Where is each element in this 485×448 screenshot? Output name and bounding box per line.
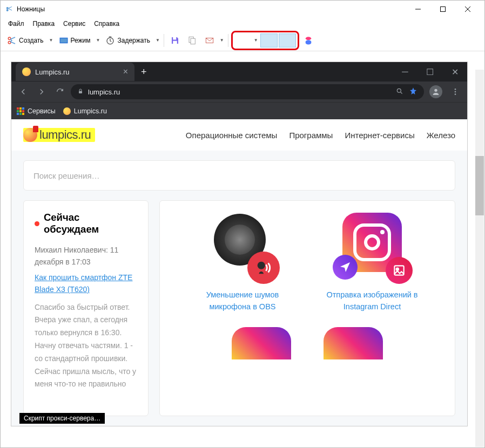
url-text: lumpics.ru: [88, 88, 120, 96]
dropdown-icon[interactable]: ▼: [253, 38, 259, 43]
article-item[interactable]: Уменьшение шумов микрофона в OBS: [186, 212, 299, 313]
bookmarks-bar: Сервисы Lumpics.ru: [11, 102, 467, 119]
discussions-heading: Сейчас обсуждаем: [35, 212, 137, 235]
dropdown-icon[interactable]: ▼: [219, 38, 225, 43]
nav-programs[interactable]: Программы: [289, 131, 333, 140]
article-thumb-partial: [324, 327, 383, 359]
forward-button[interactable]: [34, 84, 49, 99]
menu-tools[interactable]: Сервис: [60, 19, 89, 29]
browser-close-button[interactable]: ✕: [442, 62, 467, 82]
logo-orb-icon: [23, 128, 37, 142]
articles-card: Уменьшение шумов микрофона в OBS Отправк…: [159, 200, 455, 416]
scissors-icon: [5, 5, 14, 13]
svg-point-16: [397, 89, 401, 92]
clock-icon: [105, 36, 115, 45]
new-snip-button[interactable]: Создать: [4, 32, 47, 49]
browser-tab[interactable]: Lumpics.ru ×: [16, 63, 134, 81]
back-button[interactable]: [16, 84, 31, 99]
nav-hardware[interactable]: Железо: [427, 131, 455, 140]
favicon-icon: [22, 67, 31, 76]
close-button[interactable]: [455, 1, 480, 17]
article-item[interactable]: Отправка изображений в Instagram Direct: [315, 212, 429, 313]
noise-badge-icon: [247, 252, 280, 284]
svg-rect-7: [60, 38, 67, 43]
dropdown-icon[interactable]: ▼: [48, 38, 55, 43]
paint3d-button[interactable]: [300, 32, 316, 49]
reload-button[interactable]: [52, 84, 68, 99]
rectangle-mode-icon: [59, 36, 69, 45]
search-input[interactable]: Поиск решения…: [23, 160, 455, 191]
eraser-button[interactable]: [279, 33, 296, 47]
menu-file[interactable]: Файл: [5, 19, 28, 29]
site-logo[interactable]: lumpics.ru: [23, 128, 95, 142]
comment-link[interactable]: Как прошить смартфон ZTE Blade X3 (T620): [35, 271, 137, 296]
svg-point-17: [434, 89, 437, 92]
svg-rect-1: [441, 7, 446, 12]
article-thumb-partial: [232, 327, 291, 359]
separator: [164, 34, 164, 47]
browser-titlebar: Lumpics.ru × + ─ ☐ ✕: [11, 62, 467, 82]
svg-rect-9: [173, 37, 176, 40]
copy-button[interactable]: [184, 32, 200, 49]
live-dot-icon: [35, 221, 39, 226]
svg-rect-15: [79, 91, 82, 93]
mode-button[interactable]: Режим: [56, 32, 94, 49]
image-badge-icon: [386, 257, 413, 284]
pen-button[interactable]: [234, 33, 252, 47]
svg-point-23: [396, 268, 399, 270]
separator: [228, 34, 228, 47]
bookmark-lumpics[interactable]: Lumpics.ru: [63, 107, 107, 115]
search-in-page-icon[interactable]: [396, 87, 403, 97]
maximize-button[interactable]: [430, 1, 455, 17]
svg-rect-22: [394, 266, 403, 275]
nav-services[interactable]: Интернет-сервисы: [345, 131, 414, 140]
new-tab-button[interactable]: +: [141, 66, 147, 78]
vertical-scrollbar[interactable]: [475, 70, 484, 447]
snipping-tool-window: Ножницы Файл Правка Сервис Справка Созда…: [0, 0, 485, 448]
comment-meta: Михаил Николаевич: 11 декабря в 17:03: [35, 244, 137, 268]
close-tab-icon[interactable]: ×: [123, 67, 128, 77]
minimize-button[interactable]: [406, 1, 430, 17]
article-thumb-obs: [207, 212, 278, 282]
comment-body: Спасибо за быстрый ответ. Вчера уже спал…: [35, 301, 137, 391]
canvas-area: Lumpics.ru × + ─ ☐ ✕ lumpics.ru: [1, 51, 484, 447]
scrollbar-thumb[interactable]: [475, 156, 484, 215]
browser-menu-button[interactable]: [448, 84, 463, 99]
delay-button[interactable]: Задержать: [102, 32, 153, 49]
bookmark-apps[interactable]: Сервисы: [17, 107, 56, 115]
send-badge-icon: [333, 255, 358, 280]
svg-point-21: [258, 262, 265, 269]
send-button[interactable]: [201, 32, 218, 49]
browser-address-bar: lumpics.ru: [11, 82, 467, 102]
dropdown-icon[interactable]: ▼: [95, 38, 102, 43]
content-columns: Сейчас обсуждаем Михаил Николаевич: 11 д…: [23, 200, 455, 416]
address-field[interactable]: lumpics.ru: [71, 84, 424, 99]
apps-grid-icon: [17, 107, 24, 115]
status-tooltip: Скрипт прокси-сервера…: [19, 413, 105, 424]
article-thumb-instagram: [337, 212, 407, 282]
svg-rect-12: [191, 38, 195, 44]
site-content: lumpics.ru Операционные системы Программ…: [11, 119, 467, 426]
envelope-icon: [205, 36, 214, 45]
articles-row: Уменьшение шумов микрофона в OBS Отправк…: [171, 212, 444, 313]
svg-point-20: [455, 93, 456, 95]
menu-bar: Файл Правка Сервис Справка: [1, 18, 484, 30]
site-nav: Операционные системы Программы Интернет-…: [186, 131, 455, 140]
nav-os[interactable]: Операционные системы: [186, 131, 278, 140]
article-title: Отправка изображений в Instagram Direct: [315, 289, 429, 313]
articles-row-2: [171, 327, 444, 359]
sidebar-discussions: Сейчас обсуждаем Михаил Николаевич: 11 д…: [23, 200, 149, 416]
floppy-disk-icon: [170, 36, 180, 45]
menu-edit[interactable]: Правка: [30, 19, 58, 29]
browser-minimize-button[interactable]: ─: [393, 62, 417, 82]
profile-avatar[interactable]: [429, 85, 442, 98]
browser-maximize-button[interactable]: ☐: [417, 62, 442, 82]
window-titlebar: Ножницы: [1, 1, 484, 18]
dropdown-icon[interactable]: ▼: [154, 38, 161, 43]
highlighter-button[interactable]: [260, 33, 278, 47]
star-bookmark-icon[interactable]: [409, 87, 417, 97]
captured-screenshot: Lumpics.ru × + ─ ☐ ✕ lumpics.ru: [11, 62, 467, 426]
scissors-icon: [7, 36, 17, 45]
menu-help[interactable]: Справка: [91, 19, 123, 29]
save-button[interactable]: [167, 32, 183, 49]
